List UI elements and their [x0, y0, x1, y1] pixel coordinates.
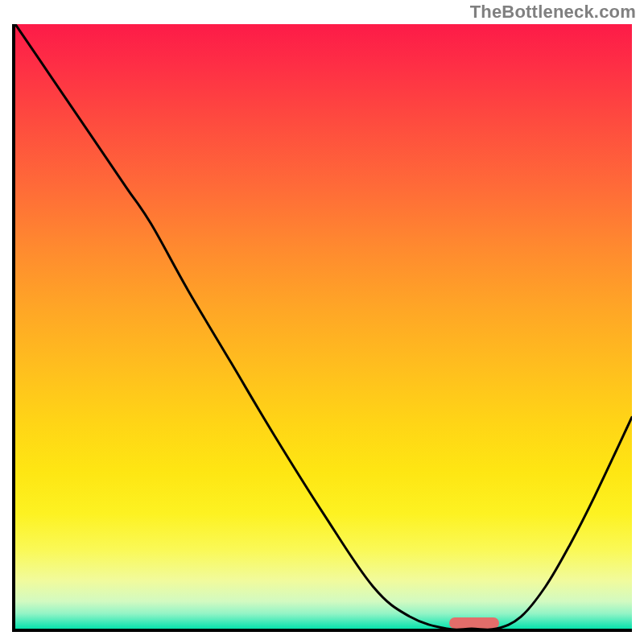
bottleneck-curve [15, 24, 632, 629]
chart-plot-area [12, 24, 632, 632]
watermark-text: TheBottleneck.com [470, 2, 636, 23]
